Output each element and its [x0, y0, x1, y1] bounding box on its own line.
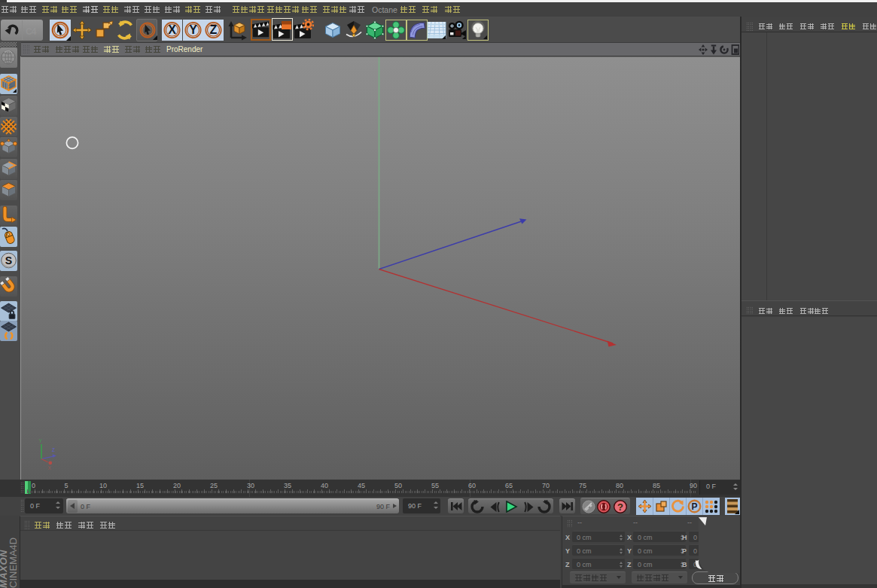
svg-text:S: S	[5, 254, 12, 267]
svg-text:Y: Y	[189, 23, 197, 36]
svg-text:Z: Z	[52, 447, 55, 452]
svg-text:X: X	[48, 465, 52, 471]
svg-text:Y: Y	[39, 438, 43, 443]
svg-text:P: P	[691, 501, 697, 512]
svg-text:?: ?	[617, 501, 623, 513]
svg-text:Z: Z	[210, 23, 218, 36]
svg-text:X: X	[168, 23, 176, 36]
